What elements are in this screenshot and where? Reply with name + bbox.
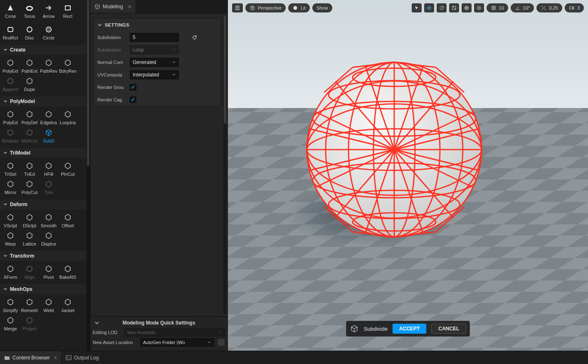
tool-loopins[interactable]: LoopIns xyxy=(58,108,77,126)
render-cage-checkbox[interactable]: ✓ xyxy=(130,96,136,103)
cancel-button[interactable]: CANCEL xyxy=(431,324,466,334)
section-meshops[interactable]: MeshOps xyxy=(0,284,90,294)
tool-jacket[interactable]: Jacket xyxy=(58,296,77,314)
tool-project: Project xyxy=(20,315,39,332)
tool-plncut[interactable]: PlnCut xyxy=(58,160,77,177)
show-button[interactable]: Show xyxy=(312,3,332,12)
select-tool-button[interactable] xyxy=(412,3,422,12)
tool-dsclpt[interactable]: DSclpt xyxy=(20,212,39,229)
subdivision-input[interactable] xyxy=(130,33,179,42)
uv-select[interactable]: Interpolated xyxy=(130,70,179,79)
tool-polycut[interactable]: PolyCut xyxy=(20,178,39,196)
section-create[interactable]: Create xyxy=(0,45,90,55)
section-transform[interactable]: Transform xyxy=(0,251,90,261)
tool-merge[interactable]: Merge xyxy=(1,315,20,332)
tool-cone[interactable]: Cone xyxy=(1,2,20,20)
tool-rndrct[interactable]: RndRct xyxy=(1,24,20,41)
snap-surface-button[interactable] xyxy=(474,3,484,12)
tool-weld[interactable]: Weld xyxy=(39,296,58,314)
asset-location-select[interactable]: AutoGen Folder (Wo xyxy=(140,338,214,347)
tool-lattice[interactable]: Lattice xyxy=(20,230,39,247)
tool-warp[interactable]: Warp xyxy=(1,230,20,247)
tool-bdryrev-label: BdryRev xyxy=(59,69,77,74)
tool-subd-icon xyxy=(44,128,54,138)
tool-polyed[interactable]: PolyEd xyxy=(1,108,20,126)
tool-hfill[interactable]: HFill xyxy=(39,160,58,177)
render-cage-label: Render Cag xyxy=(97,97,130,102)
normal-select[interactable]: Generated xyxy=(130,58,179,67)
tool-polyext[interactable]: PolyExt xyxy=(1,57,20,74)
tool-palette: ConeTorusArrowRect RndRctDiscCircle Crea… xyxy=(0,0,90,351)
tool-tried[interactable]: TriEd xyxy=(20,160,39,177)
section-polymodel[interactable]: PolyModel xyxy=(0,96,90,106)
tool-disc[interactable]: Disc xyxy=(20,24,39,41)
scrollbar-thumb[interactable] xyxy=(87,0,89,166)
tool-palette-scrollbar[interactable] xyxy=(86,0,90,351)
tool-torus[interactable]: Torus xyxy=(20,2,39,20)
scale-snap-button[interactable]: 0,25 xyxy=(536,3,562,12)
tool-bakers[interactable]: BakeRS xyxy=(58,263,77,280)
close-icon[interactable]: × xyxy=(54,354,57,361)
tool-dsclpt-label: DSclpt xyxy=(23,223,36,228)
subdivision-label: Subdivision xyxy=(97,35,130,40)
render-group-checkbox[interactable]: ✓ xyxy=(130,84,136,91)
shapes-row-2: RndRctDiscCircle xyxy=(0,23,90,45)
viewport-accept-bar-wrap: Subdivide ACCEPT CANCEL xyxy=(228,321,588,337)
detail-scrollbar-thumb[interactable] xyxy=(224,16,226,124)
tool-trim: Trim xyxy=(39,178,58,196)
tool-polydef[interactable]: PolyDef xyxy=(20,108,39,126)
section-deform[interactable]: Deform xyxy=(0,199,90,209)
tool-trisel[interactable]: TriSel xyxy=(1,160,20,177)
tool-rndrct-icon xyxy=(5,25,15,34)
row-asset-location: New Asset Location AutoGen Folder (Wo xyxy=(93,337,225,347)
reset-subdivision-icon[interactable] xyxy=(190,33,199,42)
tool-remesh[interactable]: Remesh xyxy=(20,296,39,314)
tool-smooth[interactable]: Smooth xyxy=(39,212,58,229)
tool-pathext[interactable]: PathExt xyxy=(20,57,39,74)
tool-xform[interactable]: XForm xyxy=(1,263,20,280)
lit-button[interactable]: Lit xyxy=(288,3,310,12)
tool-mirror[interactable]: Mirror xyxy=(1,178,20,196)
camera-speed-button[interactable]: 3 xyxy=(565,3,584,12)
perspective-button[interactable]: Perspective xyxy=(245,3,286,12)
tool-edgeins[interactable]: EdgeIns xyxy=(39,108,58,126)
angle-snap-button[interactable]: 10° xyxy=(511,3,534,12)
viewport-canvas xyxy=(228,0,588,351)
cube-icon xyxy=(250,5,255,11)
tool-pathrev[interactable]: PathRev xyxy=(39,57,58,74)
rotate-tool-button[interactable] xyxy=(437,3,447,12)
settings-header[interactable]: SETTINGS xyxy=(94,19,220,31)
tool-rect[interactable]: Rect xyxy=(58,2,77,20)
tool-vsclpt[interactable]: VSclpt xyxy=(1,212,20,229)
tool-xform-icon xyxy=(5,264,15,274)
grid-snap-button[interactable]: 10 xyxy=(487,3,508,12)
viewport-menu-button[interactable] xyxy=(232,3,243,12)
move-tool-button[interactable] xyxy=(424,3,434,12)
quick-settings-header[interactable]: Modeling Mode Quick Settings xyxy=(93,318,225,327)
viewport[interactable]: Perspective Lit Show 10 10° 0,25 3 ? Sub… xyxy=(228,0,588,351)
tool-offset[interactable]: Offset xyxy=(58,212,77,229)
tool-pivot[interactable]: Pivot xyxy=(39,263,58,280)
coord-space-button[interactable] xyxy=(462,3,472,12)
editing-lod-select[interactable]: Max Available xyxy=(124,328,225,337)
tab-content-browser[interactable]: Content Browser × xyxy=(0,351,62,364)
tool-arrow[interactable]: Arrow xyxy=(39,2,58,20)
tool-torus-label: Torus xyxy=(24,14,35,19)
tool-circle[interactable]: Circle xyxy=(39,24,58,41)
tool-displce[interactable]: Displce xyxy=(39,230,58,247)
accept-button[interactable]: ACCEPT xyxy=(393,324,426,334)
tool-simplfy[interactable]: Simplfy xyxy=(1,296,20,314)
svg-point-30 xyxy=(478,7,479,9)
section-trimodel[interactable]: TriModel xyxy=(0,148,90,158)
cancel-button-label: CANCEL xyxy=(438,326,459,332)
tool-dupe[interactable]: Dupe xyxy=(20,75,39,93)
sphere-icon xyxy=(292,5,298,11)
tab-modeling[interactable]: Modeling × xyxy=(90,0,136,13)
detail-scrollbar[interactable] xyxy=(223,16,227,314)
asset-color-swatch[interactable] xyxy=(217,339,225,346)
tab-output-log[interactable]: Output Log xyxy=(62,351,103,364)
tool-bdryrev[interactable]: BdryRev xyxy=(58,57,77,74)
tab-close-icon[interactable]: × xyxy=(128,3,131,10)
tool-subd[interactable]: SubD xyxy=(39,127,58,144)
scale-tool-button[interactable] xyxy=(449,3,459,12)
